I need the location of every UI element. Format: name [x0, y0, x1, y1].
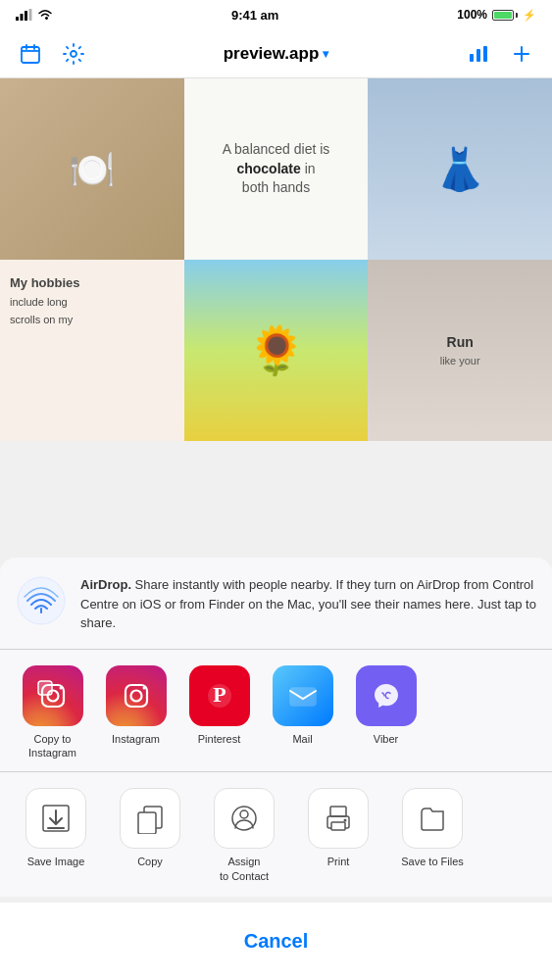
grid-cell-run: Run like your: [368, 260, 552, 441]
apps-section: Copy to Instagram Instagram: [0, 650, 552, 773]
viber-label: Viber: [374, 732, 398, 746]
chart-icon[interactable]: [464, 39, 493, 69]
svg-point-8: [71, 51, 76, 57]
battery-icon: [492, 10, 518, 21]
copy-to-instagram-label: Copy to Instagram: [28, 732, 76, 760]
airdrop-description: AirDrop. Share instantly with people nea…: [80, 575, 536, 633]
save-image-label: Save Image: [27, 855, 85, 868]
svg-rect-9: [470, 54, 474, 62]
airdrop-icon: [16, 575, 67, 626]
svg-rect-0: [16, 17, 19, 21]
actions-scroll: Save Image Copy: [0, 788, 552, 883]
bolt-icon: ⚡: [523, 9, 536, 22]
svg-rect-3: [29, 9, 32, 21]
pinterest-label: Pinterest: [198, 732, 240, 746]
signal-icon: [16, 9, 32, 21]
cancel-section: Cancel: [0, 903, 552, 980]
status-left: [16, 9, 53, 21]
status-right: 100% ⚡: [457, 8, 536, 22]
apps-scroll: Copy to Instagram Instagram: [0, 665, 552, 760]
svg-rect-11: [483, 46, 487, 62]
app-instagram[interactable]: Instagram: [99, 665, 173, 760]
svg-text:P: P: [213, 682, 226, 707]
grid-cell-sunflower: 🌻: [184, 260, 369, 441]
svg-point-21: [142, 686, 145, 689]
contact-icon: [214, 788, 275, 849]
app-mail[interactable]: Mail: [266, 665, 339, 760]
svg-point-35: [344, 819, 347, 822]
cancel-button[interactable]: Cancel: [14, 916, 538, 966]
mail-icon: [273, 665, 333, 726]
svg-rect-34: [331, 822, 345, 830]
action-save-to-files[interactable]: Save to Files: [388, 788, 477, 883]
mail-label: Mail: [292, 732, 312, 746]
grid-cell-food: 🍽️: [0, 78, 184, 260]
nav-right: [464, 39, 536, 69]
title-chevron[interactable]: ▾: [323, 47, 328, 61]
status-bar: 9:41 am 100% ⚡: [0, 0, 552, 29]
plus-icon[interactable]: [507, 39, 536, 69]
share-sheet: AirDrop. Share instantly with people nea…: [0, 558, 552, 980]
pinterest-icon: P: [189, 665, 250, 726]
print-label: Print: [327, 855, 350, 868]
nav-title: preview.app ▾: [224, 44, 329, 64]
gear-icon[interactable]: [59, 39, 88, 69]
print-icon: [308, 788, 369, 849]
share-card: AirDrop. Share instantly with people nea…: [0, 558, 552, 897]
instagram-label: Instagram: [112, 732, 160, 746]
airdrop-section: AirDrop. Share instantly with people nea…: [0, 558, 552, 650]
calendar-icon[interactable]: [16, 39, 45, 69]
svg-point-20: [130, 690, 141, 701]
battery-pct: 100%: [457, 8, 487, 22]
copy-label: Copy: [137, 855, 163, 868]
app-copy-to-instagram[interactable]: Copy to Instagram: [16, 665, 89, 760]
action-save-image[interactable]: Save Image: [12, 788, 100, 883]
action-print[interactable]: Print: [294, 788, 382, 883]
svg-point-31: [240, 810, 248, 818]
svg-rect-1: [21, 14, 24, 21]
action-assign-to-contact[interactable]: Assign to Contact: [200, 788, 288, 883]
app-viber[interactable]: Viber: [349, 665, 423, 760]
nav-bar: preview.app ▾: [0, 29, 552, 78]
svg-rect-18: [38, 681, 52, 695]
files-icon: [402, 788, 463, 849]
instagram-icon: [106, 665, 167, 726]
actions-section: Save Image Copy: [0, 772, 552, 897]
grid-cell-quote: A balanced diet ischocolate inboth hands: [184, 78, 369, 260]
svg-rect-2: [25, 11, 27, 21]
assign-to-contact-label: Assign to Contact: [220, 855, 269, 883]
svg-rect-24: [290, 688, 316, 706]
status-time: 9:41 am: [231, 8, 278, 23]
copy-to-instagram-icon: [23, 665, 83, 726]
save-to-files-label: Save to Files: [401, 855, 464, 868]
app-pinterest[interactable]: P Pinterest: [182, 665, 256, 760]
svg-rect-4: [22, 47, 39, 63]
wifi-icon: [37, 9, 53, 21]
svg-rect-32: [330, 807, 346, 816]
copy-icon: [120, 788, 180, 849]
svg-rect-10: [477, 49, 480, 62]
action-copy[interactable]: Copy: [106, 788, 194, 883]
svg-point-17: [59, 686, 62, 689]
viber-icon: [356, 665, 417, 726]
grid-cell-dress: 👗: [368, 78, 552, 260]
save-image-icon: [25, 788, 86, 849]
grid-cell-hobbies: My hobbies include longscrolls on my: [0, 260, 184, 441]
svg-rect-29: [138, 812, 156, 834]
grid-background: 🍽️ A balanced diet ischocolate inboth ha…: [0, 78, 552, 441]
